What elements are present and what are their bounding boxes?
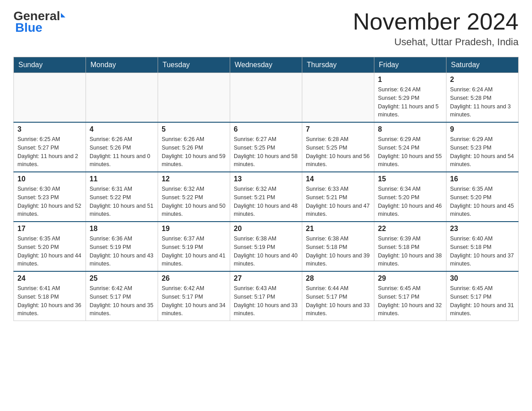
day-number: 27 (234, 274, 298, 283)
day-info: Sunrise: 6:31 AMSunset: 5:22 PMDaylight:… (90, 185, 154, 218)
main-title: November 2024 (353, 9, 519, 34)
day-number: 13 (234, 175, 298, 183)
calendar-cell: 25Sunrise: 6:42 AMSunset: 5:17 PMDayligh… (86, 271, 158, 321)
calendar-cell: 14Sunrise: 6:33 AMSunset: 5:21 PMDayligh… (302, 172, 374, 222)
calendar-cell: 27Sunrise: 6:43 AMSunset: 5:17 PMDayligh… (230, 271, 302, 321)
day-number: 7 (306, 125, 370, 133)
calendar-cell: 26Sunrise: 6:42 AMSunset: 5:17 PMDayligh… (158, 271, 230, 321)
calendar-cell: 4Sunrise: 6:26 AMSunset: 5:26 PMDaylight… (86, 122, 158, 172)
calendar-cell (302, 73, 374, 123)
calendar-cell: 21Sunrise: 6:38 AMSunset: 5:18 PMDayligh… (302, 222, 374, 271)
day-info: Sunrise: 6:44 AMSunset: 5:17 PMDaylight:… (306, 284, 370, 318)
calendar-cell: 30Sunrise: 6:45 AMSunset: 5:17 PMDayligh… (446, 271, 519, 321)
calendar-cell: 6Sunrise: 6:27 AMSunset: 5:25 PMDaylight… (230, 122, 302, 172)
calendar-week-row: 3Sunrise: 6:25 AMSunset: 5:27 PMDaylight… (14, 122, 519, 172)
day-info: Sunrise: 6:41 AMSunset: 5:18 PMDaylight:… (17, 284, 82, 318)
day-number: 24 (17, 274, 82, 283)
day-info: Sunrise: 6:38 AMSunset: 5:18 PMDaylight:… (306, 235, 370, 268)
calendar-cell: 1Sunrise: 6:24 AMSunset: 5:29 PMDaylight… (374, 73, 446, 123)
calendar-cell: 2Sunrise: 6:24 AMSunset: 5:28 PMDaylight… (446, 73, 519, 123)
day-info: Sunrise: 6:29 AMSunset: 5:23 PMDaylight:… (450, 135, 515, 169)
calendar-cell: 28Sunrise: 6:44 AMSunset: 5:17 PMDayligh… (302, 271, 374, 321)
calendar-cell: 3Sunrise: 6:25 AMSunset: 5:27 PMDaylight… (14, 122, 86, 172)
day-number: 1 (378, 76, 442, 84)
calendar-cell: 5Sunrise: 6:26 AMSunset: 5:26 PMDaylight… (158, 122, 230, 172)
subtitle: Usehat, Uttar Pradesh, India (353, 36, 519, 48)
day-info: Sunrise: 6:32 AMSunset: 5:21 PMDaylight:… (234, 185, 298, 218)
day-number: 9 (450, 125, 515, 133)
calendar-cell: 19Sunrise: 6:37 AMSunset: 5:19 PMDayligh… (158, 222, 230, 271)
day-info: Sunrise: 6:26 AMSunset: 5:26 PMDaylight:… (162, 135, 226, 169)
day-number: 29 (378, 274, 442, 283)
weekday-header-sunday: Sunday (14, 57, 86, 73)
day-number: 23 (450, 225, 515, 233)
day-info: Sunrise: 6:28 AMSunset: 5:25 PMDaylight:… (306, 135, 370, 169)
day-info: Sunrise: 6:37 AMSunset: 5:19 PMDaylight:… (162, 235, 226, 268)
day-number: 5 (162, 125, 226, 133)
day-number: 22 (378, 225, 442, 233)
calendar-cell: 12Sunrise: 6:32 AMSunset: 5:22 PMDayligh… (158, 172, 230, 222)
day-number: 17 (17, 225, 82, 233)
day-number: 28 (306, 274, 370, 283)
day-number: 2 (450, 76, 515, 84)
day-number: 20 (234, 225, 298, 233)
calendar-cell: 23Sunrise: 6:40 AMSunset: 5:18 PMDayligh… (446, 222, 519, 271)
calendar-cell: 22Sunrise: 6:39 AMSunset: 5:18 PMDayligh… (374, 222, 446, 271)
calendar-cell: 11Sunrise: 6:31 AMSunset: 5:22 PMDayligh… (86, 172, 158, 222)
calendar-cell: 7Sunrise: 6:28 AMSunset: 5:25 PMDaylight… (302, 122, 374, 172)
day-number: 15 (378, 175, 442, 183)
calendar-cell: 18Sunrise: 6:36 AMSunset: 5:19 PMDayligh… (86, 222, 158, 271)
calendar-cell: 17Sunrise: 6:35 AMSunset: 5:20 PMDayligh… (14, 222, 86, 271)
day-info: Sunrise: 6:34 AMSunset: 5:20 PMDaylight:… (378, 185, 442, 218)
logo: General Blue (13, 9, 65, 35)
day-number: 14 (306, 175, 370, 183)
page-header: General Blue November 2024 Usehat, Uttar… (13, 9, 519, 48)
calendar-week-row: 10Sunrise: 6:30 AMSunset: 5:23 PMDayligh… (14, 172, 519, 222)
day-info: Sunrise: 6:43 AMSunset: 5:17 PMDaylight:… (234, 284, 298, 318)
day-info: Sunrise: 6:24 AMSunset: 5:29 PMDaylight:… (378, 86, 442, 119)
day-info: Sunrise: 6:35 AMSunset: 5:20 PMDaylight:… (450, 185, 515, 218)
calendar-cell: 20Sunrise: 6:38 AMSunset: 5:19 PMDayligh… (230, 222, 302, 271)
day-info: Sunrise: 6:27 AMSunset: 5:25 PMDaylight:… (234, 135, 298, 169)
day-info: Sunrise: 6:36 AMSunset: 5:19 PMDaylight:… (90, 235, 154, 268)
day-info: Sunrise: 6:29 AMSunset: 5:24 PMDaylight:… (378, 135, 442, 169)
day-info: Sunrise: 6:24 AMSunset: 5:28 PMDaylight:… (450, 86, 515, 119)
calendar-cell (86, 73, 158, 123)
day-number: 25 (90, 274, 154, 283)
calendar-cell: 8Sunrise: 6:29 AMSunset: 5:24 PMDaylight… (374, 122, 446, 172)
calendar-cell: 9Sunrise: 6:29 AMSunset: 5:23 PMDaylight… (446, 122, 519, 172)
calendar-week-row: 1Sunrise: 6:24 AMSunset: 5:29 PMDaylight… (14, 73, 519, 123)
day-number: 18 (90, 225, 154, 233)
day-number: 12 (162, 175, 226, 183)
calendar-cell: 24Sunrise: 6:41 AMSunset: 5:18 PMDayligh… (14, 271, 86, 321)
logo-triangle-icon (61, 13, 65, 17)
day-number: 16 (450, 175, 515, 183)
day-number: 26 (162, 274, 226, 283)
calendar-week-row: 24Sunrise: 6:41 AMSunset: 5:18 PMDayligh… (14, 271, 519, 321)
day-info: Sunrise: 6:45 AMSunset: 5:17 PMDaylight:… (450, 284, 515, 318)
day-number: 19 (162, 225, 226, 233)
calendar-cell (230, 73, 302, 123)
day-info: Sunrise: 6:42 AMSunset: 5:17 PMDaylight:… (90, 284, 154, 318)
weekday-header-wednesday: Wednesday (230, 57, 302, 73)
weekday-header-tuesday: Tuesday (158, 57, 230, 73)
calendar-cell: 15Sunrise: 6:34 AMSunset: 5:20 PMDayligh… (374, 172, 446, 222)
calendar-table: SundayMondayTuesdayWednesdayThursdayFrid… (13, 57, 519, 321)
day-info: Sunrise: 6:40 AMSunset: 5:18 PMDaylight:… (450, 235, 515, 268)
day-info: Sunrise: 6:35 AMSunset: 5:20 PMDaylight:… (17, 235, 82, 268)
calendar-cell (158, 73, 230, 123)
day-info: Sunrise: 6:26 AMSunset: 5:26 PMDaylight:… (90, 135, 154, 169)
day-number: 10 (17, 175, 82, 183)
day-info: Sunrise: 6:45 AMSunset: 5:17 PMDaylight:… (378, 284, 442, 318)
logo-blue-text: Blue (15, 21, 43, 35)
day-number: 11 (90, 175, 154, 183)
day-number: 3 (17, 125, 82, 133)
day-number: 6 (234, 125, 298, 133)
calendar-cell: 10Sunrise: 6:30 AMSunset: 5:23 PMDayligh… (14, 172, 86, 222)
weekday-header-thursday: Thursday (302, 57, 374, 73)
day-number: 30 (450, 274, 515, 283)
weekday-header-monday: Monday (86, 57, 158, 73)
day-info: Sunrise: 6:38 AMSunset: 5:19 PMDaylight:… (234, 235, 298, 268)
day-info: Sunrise: 6:30 AMSunset: 5:23 PMDaylight:… (17, 185, 82, 218)
calendar-header-row: SundayMondayTuesdayWednesdayThursdayFrid… (14, 57, 519, 73)
